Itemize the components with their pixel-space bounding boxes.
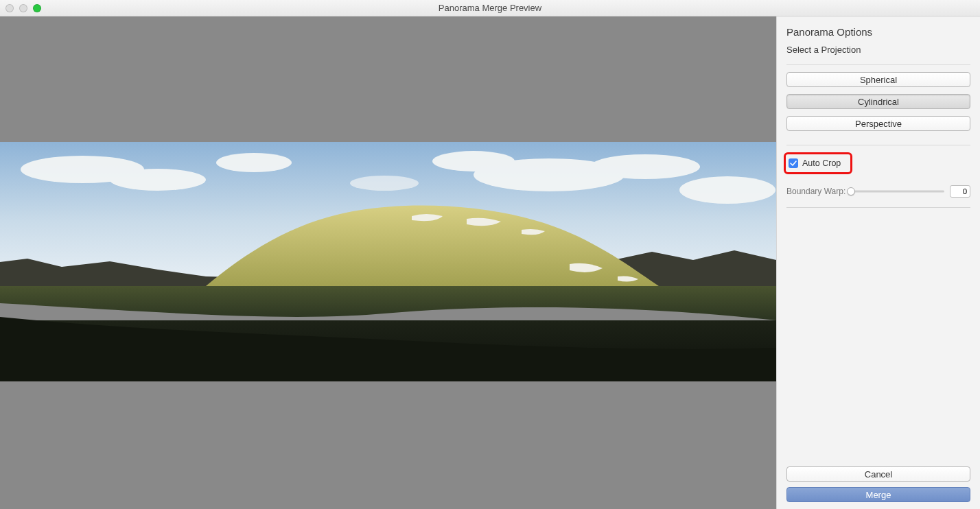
auto-crop-row[interactable]: Auto Crop bbox=[789, 158, 846, 168]
auto-crop-checkbox[interactable] bbox=[789, 158, 798, 168]
boundary-warp-slider[interactable] bbox=[851, 187, 944, 196]
svg-point-3 bbox=[216, 153, 292, 172]
close-window-icon[interactable] bbox=[5, 4, 14, 12]
projection-group: Spherical Cylindrical Perspective bbox=[786, 72, 970, 131]
window-body: Panorama Options Select a Projection Sph… bbox=[0, 16, 980, 509]
divider bbox=[786, 145, 970, 145]
projection-cylindrical-button[interactable]: Cylindrical bbox=[786, 94, 970, 109]
titlebar: Panorama Merge Preview bbox=[0, 0, 980, 16]
merge-button[interactable]: Merge bbox=[786, 487, 970, 502]
svg-point-2 bbox=[110, 169, 206, 191]
svg-point-6 bbox=[590, 154, 700, 179]
panorama-merge-window: Panorama Merge Preview bbox=[0, 0, 980, 509]
projection-perspective-button[interactable]: Perspective bbox=[786, 116, 970, 131]
window-title: Panorama Merge Preview bbox=[0, 3, 980, 13]
minimize-window-icon[interactable] bbox=[19, 4, 27, 12]
action-buttons: Cancel Merge bbox=[786, 466, 970, 502]
window-controls bbox=[5, 4, 41, 12]
panorama-preview-area bbox=[0, 16, 776, 509]
svg-point-7 bbox=[679, 176, 775, 204]
divider bbox=[786, 64, 970, 65]
zoom-window-icon[interactable] bbox=[33, 4, 41, 12]
boundary-warp-value-input[interactable] bbox=[950, 185, 970, 198]
boundary-warp-label: Boundary Warp: bbox=[786, 187, 845, 196]
projection-spherical-button[interactable]: Spherical bbox=[786, 72, 970, 87]
options-panel: Panorama Options Select a Projection Sph… bbox=[776, 16, 980, 509]
boundary-warp-row: Boundary Warp: bbox=[786, 185, 970, 198]
panel-title: Panorama Options bbox=[786, 26, 970, 38]
auto-crop-highlight: Auto Crop bbox=[784, 152, 852, 174]
slider-thumb-icon[interactable] bbox=[847, 187, 855, 196]
auto-crop-label: Auto Crop bbox=[802, 158, 841, 168]
divider bbox=[786, 207, 970, 208]
cancel-button[interactable]: Cancel bbox=[786, 466, 970, 482]
svg-point-8 bbox=[350, 176, 419, 191]
panorama-preview-image bbox=[0, 142, 776, 381]
projection-subtitle: Select a Projection bbox=[786, 45, 970, 55]
